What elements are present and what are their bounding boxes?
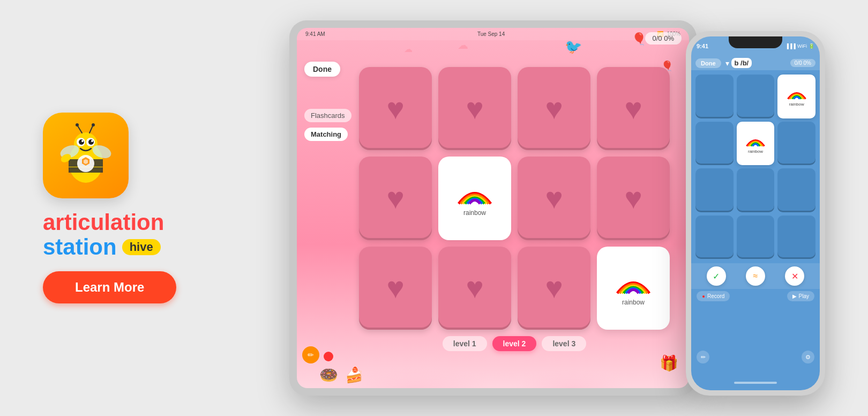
tablet-date: Tue Sep 14 xyxy=(477,31,505,37)
left-section: articulation station hive Learn More xyxy=(43,113,246,303)
phone-card-grid: rainbow rainbow xyxy=(691,70,820,263)
list-item[interactable] xyxy=(777,168,815,212)
title-word-articulation: articulation xyxy=(43,211,164,234)
record-label: Record xyxy=(707,293,724,299)
table-row[interactable]: ♥ xyxy=(359,67,432,150)
phone-done-button[interactable]: Done xyxy=(695,58,721,68)
tablet-topbar: 9:41 AM Tue Sep 14 📶 100% xyxy=(297,28,689,40)
table-row[interactable]: ♥ xyxy=(359,247,432,330)
svg-point-9 xyxy=(88,139,94,145)
deco-clouds xyxy=(297,345,689,388)
svg-line-14 xyxy=(89,126,93,133)
table-row[interactable]: ♥ xyxy=(518,247,590,330)
phone-screen: 9:41 ▐▐▐ WiFi 🔋 Done ▾ b /b/ 0/0 0% xyxy=(691,36,820,390)
list-item[interactable] xyxy=(777,122,815,166)
phone-bottom-controls: ✓ ≈ ✕ xyxy=(691,263,820,289)
play-label: Play xyxy=(799,293,809,299)
play-button[interactable]: ▶ Play xyxy=(787,291,814,301)
table-row[interactable]: ♥ xyxy=(438,67,511,150)
phone-letter-label: b /b/ xyxy=(731,58,752,68)
list-item[interactable] xyxy=(695,216,734,259)
heart-icon: ♥ xyxy=(545,273,563,303)
tablet-card-grid: ♥ ♥ ♥ ♥ xyxy=(359,67,670,330)
tablet-score-box: 0/0 0% xyxy=(645,32,682,44)
table-row[interactable]: ♥ xyxy=(438,247,511,330)
list-item[interactable] xyxy=(695,122,734,166)
phone-rainbow-card-2[interactable]: rainbow xyxy=(737,122,775,166)
bee-illustration xyxy=(51,121,121,190)
tablet-main-area: ♥ ♥ ♥ ♥ xyxy=(350,40,689,385)
svg-point-8 xyxy=(79,139,84,145)
heart-icon: ♥ xyxy=(386,273,404,303)
svg-point-11 xyxy=(91,140,93,142)
phone-status-icons: ▐▐▐ WiFi 🔋 xyxy=(785,43,814,49)
tablet-content: Done Flashcards Matching ♥ ♥ xyxy=(297,40,689,385)
table-row[interactable]: ♥ xyxy=(597,67,670,150)
app-icon xyxy=(43,113,129,198)
svg-line-12 xyxy=(78,126,82,133)
record-button[interactable]: ● Record xyxy=(697,291,730,301)
phone-home-bar xyxy=(734,382,777,384)
reject-button[interactable]: ✕ xyxy=(785,266,804,286)
devices-section: 🐦 🎈 🎈 ☁ ☁ 9:41 AM Tue Sep 14 📶 100% 0/0 … xyxy=(289,10,825,406)
list-item[interactable] xyxy=(737,75,775,118)
page-container: articulation station hive Learn More 🐦 🎈… xyxy=(0,0,868,416)
phone-signal-icon: ▐▐▐ xyxy=(785,43,796,49)
tablet-flashcards-button[interactable]: Flashcards xyxy=(304,109,351,122)
phone-record-play-row: ● Record ▶ Play xyxy=(691,289,820,303)
rainbow-image-bottom xyxy=(612,270,655,296)
tablet-done-button[interactable]: Done xyxy=(304,62,340,77)
phone-gear-icon[interactable]: ⚙ xyxy=(802,351,814,363)
play-icon: ▶ xyxy=(792,293,797,299)
list-item[interactable] xyxy=(695,168,734,212)
tablet-device: 🐦 🎈 🎈 ☁ ☁ 9:41 AM Tue Sep 14 📶 100% 0/0 … xyxy=(289,20,697,396)
phone-chevron-down-icon: ▾ xyxy=(725,59,729,68)
hive-badge: hive xyxy=(122,239,161,255)
svg-point-13 xyxy=(76,123,79,127)
title-line2: station hive xyxy=(43,236,164,258)
phone-wifi-icon: WiFi xyxy=(797,43,807,49)
svg-point-15 xyxy=(92,123,95,127)
heart-icon: ♥ xyxy=(386,183,404,213)
tablet-sidebar: Done Flashcards Matching xyxy=(297,40,350,385)
heart-icon: ♥ xyxy=(545,183,563,213)
list-item[interactable] xyxy=(737,216,775,259)
phone-controls-row: Done ▾ b /b/ 0/0 0% xyxy=(691,56,820,70)
tablet-rainbow-label-top: rainbow xyxy=(463,209,486,217)
heart-icon: ♥ xyxy=(466,94,483,124)
list-item[interactable] xyxy=(777,216,815,259)
tablet-screen: 🐦 🎈 🎈 ☁ ☁ 9:41 AM Tue Sep 14 📶 100% 0/0 … xyxy=(297,28,689,388)
phone-rainbow-card-1[interactable]: rainbow xyxy=(777,75,815,118)
learn-more-button[interactable]: Learn More xyxy=(43,271,176,303)
tablet-matching-button[interactable]: Matching xyxy=(304,128,348,141)
record-icon: ● xyxy=(702,293,705,299)
phone-score: 0/0 0% xyxy=(790,59,815,67)
app-title: articulation station hive xyxy=(43,211,164,258)
heart-icon: ♥ xyxy=(466,273,483,303)
phone-pencil-icon[interactable]: ✏ xyxy=(697,351,709,363)
approx-button[interactable]: ≈ xyxy=(746,266,765,286)
phone-rainbow-image-2 xyxy=(744,133,767,148)
heart-icon: ♥ xyxy=(545,94,563,124)
list-item[interactable] xyxy=(695,75,734,118)
check-button[interactable]: ✓ xyxy=(707,266,726,286)
table-row[interactable]: ♥ xyxy=(359,157,432,240)
phone-notch xyxy=(729,36,782,48)
phone-rainbow-label-1: rainbow xyxy=(789,102,804,107)
tablet-rainbow-card-bottom[interactable]: rainbow xyxy=(597,247,670,330)
heart-icon: ♥ xyxy=(386,94,404,124)
rainbow-image-top xyxy=(453,180,496,207)
heart-icon: ♥ xyxy=(624,94,642,124)
table-row[interactable]: ♥ xyxy=(597,157,670,240)
phone-rainbow-image-1 xyxy=(785,86,809,101)
table-row[interactable]: ♥ xyxy=(518,67,590,150)
tablet-rainbow-label-bottom: rainbow xyxy=(622,299,645,306)
list-item[interactable] xyxy=(737,168,775,212)
tablet-time: 9:41 AM xyxy=(305,31,325,37)
svg-point-10 xyxy=(81,140,84,142)
phone-footer-row: ✏ ⚙ xyxy=(691,303,820,308)
tablet-rainbow-card-top[interactable]: rainbow xyxy=(438,157,511,240)
title-word-station: station xyxy=(43,236,117,258)
table-row[interactable]: ♥ xyxy=(518,157,590,240)
phone-battery-icon: 🔋 xyxy=(809,43,814,49)
